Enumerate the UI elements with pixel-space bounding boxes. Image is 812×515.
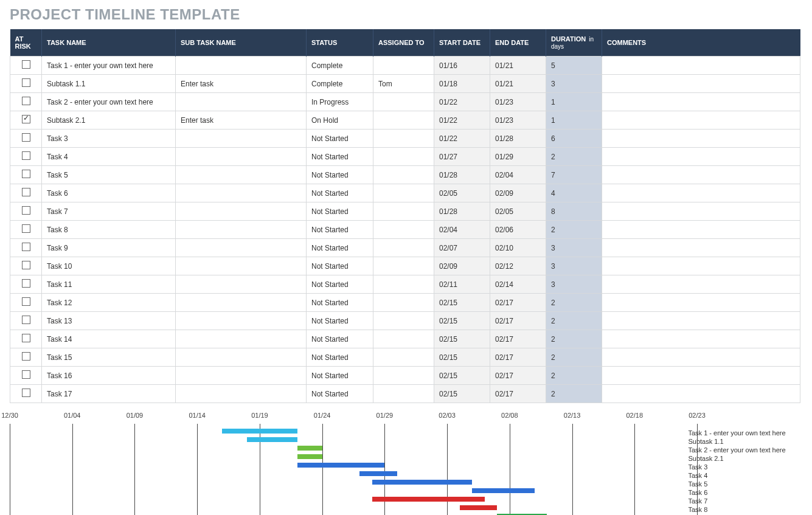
cell-status[interactable]: Not Started: [307, 202, 373, 221]
cell-end[interactable]: 01/21: [490, 57, 546, 75]
cell-task[interactable]: Task 10: [42, 257, 176, 275]
cell-comments[interactable]: [602, 239, 800, 257]
cell-start[interactable]: 02/15: [434, 385, 490, 403]
cell-comments[interactable]: [602, 330, 800, 348]
risk-checkbox[interactable]: [22, 151, 30, 160]
cell-subtask[interactable]: [176, 184, 307, 202]
cell-assigned[interactable]: [373, 202, 434, 221]
gantt-bar[interactable]: [297, 463, 385, 468]
cell-start[interactable]: 01/22: [434, 93, 490, 111]
cell-subtask[interactable]: [176, 239, 307, 257]
risk-checkbox[interactable]: [22, 243, 30, 251]
cell-subtask[interactable]: [176, 312, 307, 330]
cell-end[interactable]: 02/17: [490, 294, 546, 312]
gantt-bar[interactable]: [222, 429, 297, 434]
risk-checkbox[interactable]: [22, 279, 30, 288]
cell-start[interactable]: 02/11: [434, 275, 490, 294]
cell-subtask[interactable]: Enter task: [176, 111, 307, 130]
cell-end[interactable]: 01/21: [490, 75, 546, 93]
cell-comments[interactable]: [602, 275, 800, 294]
risk-checkbox[interactable]: [22, 352, 30, 361]
cell-status[interactable]: Not Started: [307, 367, 373, 385]
cell-subtask[interactable]: [176, 93, 307, 111]
cell-comments[interactable]: [602, 348, 800, 367]
cell-end[interactable]: 01/28: [490, 130, 546, 148]
cell-comments[interactable]: [602, 312, 800, 330]
cell-end[interactable]: 02/04: [490, 166, 546, 184]
cell-end[interactable]: 02/09: [490, 184, 546, 202]
cell-start[interactable]: 01/22: [434, 111, 490, 130]
cell-assigned[interactable]: [373, 111, 434, 130]
cell-task[interactable]: Subtask 1.1: [42, 75, 176, 93]
cell-assigned[interactable]: [373, 294, 434, 312]
cell-assigned[interactable]: [373, 348, 434, 367]
cell-assigned[interactable]: [373, 130, 434, 148]
cell-subtask[interactable]: [176, 367, 307, 385]
cell-comments[interactable]: [602, 130, 800, 148]
risk-checkbox[interactable]: [22, 389, 30, 397]
cell-subtask[interactable]: [176, 294, 307, 312]
cell-end[interactable]: 02/10: [490, 239, 546, 257]
cell-status[interactable]: Not Started: [307, 257, 373, 275]
cell-assigned[interactable]: [373, 57, 434, 75]
cell-end[interactable]: 02/17: [490, 367, 546, 385]
cell-start[interactable]: 02/15: [434, 348, 490, 367]
cell-end[interactable]: 02/17: [490, 330, 546, 348]
cell-subtask[interactable]: [176, 330, 307, 348]
cell-subtask[interactable]: [176, 202, 307, 221]
cell-status[interactable]: In Progress: [307, 93, 373, 111]
cell-comments[interactable]: [602, 385, 800, 403]
cell-task[interactable]: Task 7: [42, 202, 176, 221]
cell-end[interactable]: 02/05: [490, 202, 546, 221]
cell-subtask[interactable]: [176, 385, 307, 403]
cell-status[interactable]: On Hold: [307, 111, 373, 130]
cell-assigned[interactable]: [373, 166, 434, 184]
cell-start[interactable]: 02/15: [434, 367, 490, 385]
cell-comments[interactable]: [602, 93, 800, 111]
cell-task[interactable]: Task 1 - enter your own text here: [42, 57, 176, 75]
cell-status[interactable]: Not Started: [307, 330, 373, 348]
cell-status[interactable]: Not Started: [307, 239, 373, 257]
cell-status[interactable]: Not Started: [307, 312, 373, 330]
cell-status[interactable]: Not Started: [307, 348, 373, 367]
cell-status[interactable]: Not Started: [307, 184, 373, 202]
gantt-bar[interactable]: [359, 471, 397, 476]
cell-assigned[interactable]: [373, 148, 434, 166]
risk-checkbox[interactable]: [22, 78, 30, 87]
risk-checkbox[interactable]: [22, 97, 30, 105]
cell-status[interactable]: Not Started: [307, 385, 373, 403]
cell-comments[interactable]: [602, 221, 800, 239]
cell-subtask[interactable]: [176, 166, 307, 184]
cell-end[interactable]: 02/17: [490, 312, 546, 330]
cell-task[interactable]: Task 8: [42, 221, 176, 239]
cell-task[interactable]: Task 14: [42, 330, 176, 348]
cell-subtask[interactable]: Enter task: [176, 75, 307, 93]
cell-status[interactable]: Not Started: [307, 221, 373, 239]
cell-subtask[interactable]: [176, 57, 307, 75]
cell-status[interactable]: Not Started: [307, 130, 373, 148]
cell-end[interactable]: 02/14: [490, 275, 546, 294]
cell-subtask[interactable]: [176, 148, 307, 166]
cell-comments[interactable]: [602, 202, 800, 221]
cell-assigned[interactable]: [373, 312, 434, 330]
gantt-bar[interactable]: [297, 446, 322, 451]
cell-task[interactable]: Task 12: [42, 294, 176, 312]
cell-end[interactable]: 02/17: [490, 348, 546, 367]
cell-assigned[interactable]: [373, 239, 434, 257]
cell-end[interactable]: 01/29: [490, 148, 546, 166]
cell-task[interactable]: Task 2 - enter your own text here: [42, 93, 176, 111]
risk-checkbox[interactable]: [22, 224, 30, 233]
cell-assigned[interactable]: [373, 257, 434, 275]
risk-checkbox[interactable]: [22, 60, 30, 69]
cell-start[interactable]: 01/27: [434, 148, 490, 166]
cell-task[interactable]: Task 16: [42, 367, 176, 385]
risk-checkbox[interactable]: [22, 316, 30, 324]
cell-start[interactable]: 02/04: [434, 221, 490, 239]
cell-task[interactable]: Task 6: [42, 184, 176, 202]
cell-assigned[interactable]: [373, 275, 434, 294]
cell-comments[interactable]: [602, 75, 800, 93]
cell-subtask[interactable]: [176, 257, 307, 275]
cell-comments[interactable]: [602, 257, 800, 275]
cell-assigned[interactable]: [373, 184, 434, 202]
cell-start[interactable]: 02/07: [434, 239, 490, 257]
